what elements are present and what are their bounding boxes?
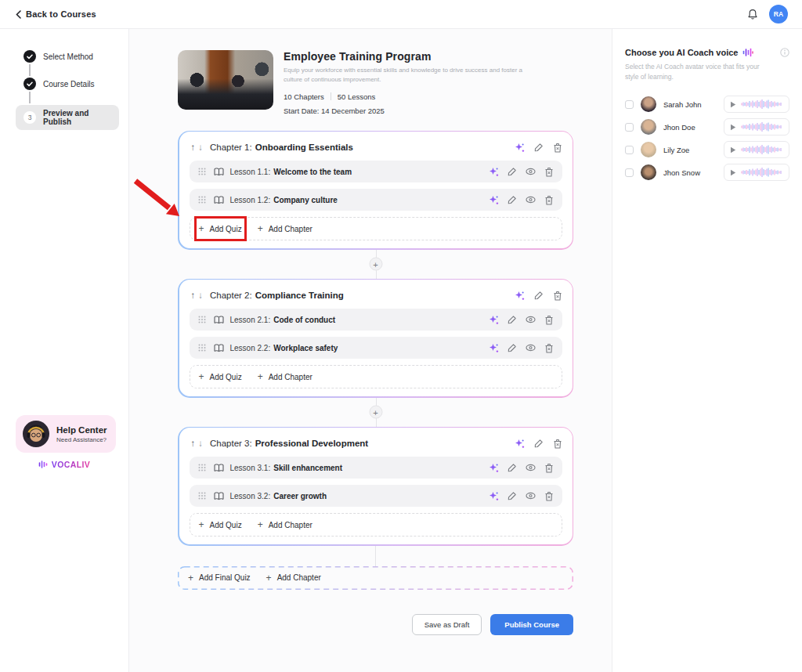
- play-icon: [730, 169, 736, 176]
- edit-pencil-icon[interactable]: [534, 439, 544, 448]
- preview-eye-icon[interactable]: [526, 344, 536, 352]
- delete-trash-icon[interactable]: [544, 491, 554, 501]
- info-icon[interactable]: [780, 48, 789, 57]
- delete-trash-icon[interactable]: [544, 315, 554, 325]
- edit-pencil-icon[interactable]: [508, 343, 517, 352]
- ai-sparkle-icon[interactable]: [489, 343, 499, 353]
- chapter-number: Chapter 1:: [210, 143, 252, 152]
- preview-eye-icon[interactable]: [526, 168, 536, 175]
- move-chapter-up-icon[interactable]: [190, 439, 197, 448]
- move-chapter-down-icon[interactable]: [197, 143, 204, 152]
- step-preview-and-publish[interactable]: 3 Preview and Publish: [16, 105, 119, 130]
- ai-sparkle-icon[interactable]: [515, 291, 525, 301]
- ai-sparkle-icon[interactable]: [515, 143, 525, 153]
- add-chapter-button[interactable]: Add Chapter: [258, 371, 312, 382]
- delete-trash-icon[interactable]: [544, 463, 554, 473]
- ai-sparkle-icon[interactable]: [489, 463, 499, 473]
- chapter-title: Professional Development: [255, 439, 368, 448]
- step-label: Preview and Publish: [43, 109, 111, 126]
- lesson-title: Welcome to the team: [273, 168, 352, 176]
- step-course-details[interactable]: Course Details: [16, 78, 119, 90]
- chapter-number: Chapter 3:: [210, 439, 252, 448]
- add-final-quiz-button[interactable]: Add Final Quiz: [188, 573, 251, 583]
- save-as-draft-button[interactable]: Save as Draft: [412, 614, 482, 635]
- ai-sparkle-icon[interactable]: [489, 167, 499, 177]
- edit-pencil-icon[interactable]: [508, 167, 517, 176]
- course-thumbnail-image: [178, 50, 273, 110]
- help-avatar: [23, 421, 49, 447]
- voice-play-button[interactable]: [724, 118, 789, 135]
- add-quiz-button[interactable]: Add Quiz: [199, 519, 242, 530]
- voice-checkbox[interactable]: [625, 168, 634, 177]
- ai-sparkle-icon[interactable]: [489, 195, 499, 205]
- voice-name: Sarah John: [663, 100, 702, 109]
- vocaliv-logo: VOCALIV: [0, 460, 128, 469]
- drag-handle-icon[interactable]: [198, 196, 206, 204]
- edit-pencil-icon[interactable]: [508, 315, 517, 324]
- publish-course-button[interactable]: Publish Course: [490, 614, 573, 635]
- delete-trash-icon[interactable]: [544, 195, 554, 205]
- left-sidebar: Select Method Course Details 3 Preview a…: [0, 29, 129, 672]
- lesson-title: Workplace safety: [273, 344, 338, 352]
- ai-sparkle-icon[interactable]: [515, 439, 525, 449]
- preview-eye-icon[interactable]: [526, 492, 536, 500]
- waveform-icon: [741, 121, 783, 132]
- voice-play-button[interactable]: [724, 141, 789, 158]
- plus-icon: [258, 223, 263, 234]
- voice-row: Jhon Doe: [625, 119, 789, 135]
- drag-handle-icon[interactable]: [198, 492, 206, 500]
- voice-panel-subtitle: Select the AI Coach avatar voice that fi…: [625, 62, 789, 82]
- move-chapter-up-icon[interactable]: [190, 143, 197, 152]
- waveform-icon: [741, 99, 783, 110]
- insert-chapter-plus-icon[interactable]: [369, 406, 382, 419]
- voice-checkbox[interactable]: [625, 100, 634, 109]
- add-quiz-button[interactable]: Add Quiz: [199, 223, 242, 234]
- add-chapter-button[interactable]: Add Chapter: [258, 223, 312, 234]
- notifications-bell-icon[interactable]: [747, 9, 758, 20]
- lesson-row: Lesson 2.2: Workplace safety: [190, 337, 562, 359]
- preview-eye-icon[interactable]: [526, 464, 536, 471]
- waveform-icon: [741, 144, 783, 155]
- delete-trash-icon[interactable]: [544, 343, 554, 353]
- back-to-courses-link[interactable]: Back to Courses: [16, 9, 96, 19]
- lesson-number: Lesson 3.1:: [230, 464, 271, 472]
- preview-eye-icon[interactable]: [526, 196, 536, 204]
- insert-chapter-plus-icon[interactable]: [369, 258, 382, 271]
- edit-pencil-icon[interactable]: [508, 463, 517, 472]
- delete-trash-icon[interactable]: [544, 167, 554, 177]
- edit-pencil-icon[interactable]: [534, 143, 544, 152]
- move-chapter-down-icon[interactable]: [197, 291, 204, 300]
- edit-pencil-icon[interactable]: [508, 195, 517, 204]
- delete-trash-icon[interactable]: [553, 439, 562, 449]
- preview-eye-icon[interactable]: [526, 316, 536, 323]
- step-select-method[interactable]: Select Method: [16, 50, 119, 63]
- final-add-row: Add Final Quiz Add Chapter: [178, 566, 573, 590]
- delete-trash-icon[interactable]: [553, 143, 562, 153]
- voice-avatar: [641, 119, 656, 135]
- course-start-date: Start Date: 14 December 2025: [284, 107, 542, 115]
- drag-handle-icon[interactable]: [198, 464, 206, 471]
- edit-pencil-icon[interactable]: [534, 291, 544, 300]
- lesson-title: Company culture: [273, 196, 338, 204]
- ai-sparkle-icon[interactable]: [489, 315, 499, 325]
- help-center-card[interactable]: Help Center Need Assistance?: [16, 415, 116, 453]
- voice-row: Sarah John: [625, 96, 789, 113]
- user-avatar[interactable]: RA: [769, 5, 788, 23]
- voice-play-button[interactable]: [724, 164, 789, 181]
- voice-checkbox[interactable]: [625, 123, 634, 132]
- drag-handle-icon[interactable]: [198, 344, 206, 352]
- delete-trash-icon[interactable]: [553, 291, 562, 301]
- move-chapter-up-icon[interactable]: [190, 291, 197, 300]
- drag-handle-icon[interactable]: [198, 316, 206, 323]
- voice-play-button[interactable]: [724, 96, 789, 113]
- step-label: Select Method: [43, 52, 93, 61]
- edit-pencil-icon[interactable]: [508, 491, 517, 500]
- voice-checkbox[interactable]: [625, 146, 634, 154]
- add-chapter-button[interactable]: Add Chapter: [266, 573, 321, 583]
- add-chapter-button[interactable]: Add Chapter: [258, 519, 312, 530]
- lesson-row: Lesson 1.2: Company culture: [190, 189, 562, 211]
- add-quiz-button[interactable]: Add Quiz: [199, 371, 242, 382]
- ai-sparkle-icon[interactable]: [489, 491, 499, 501]
- drag-handle-icon[interactable]: [198, 168, 206, 175]
- move-chapter-down-icon[interactable]: [197, 439, 204, 448]
